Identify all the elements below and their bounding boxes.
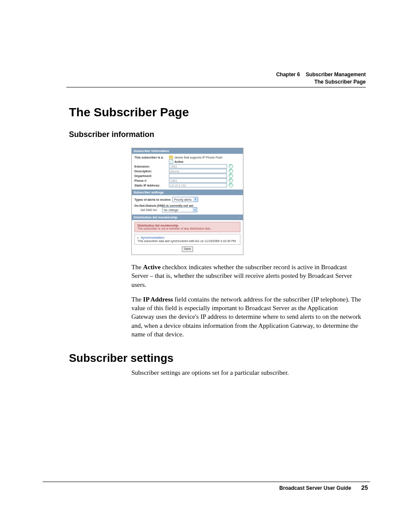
synchronization-title: Synchronization	[141, 236, 164, 239]
distribution-list-header: Distribution list membership	[132, 215, 243, 220]
page-title: The Subscriber Page	[69, 106, 362, 119]
refresh-icon[interactable]	[229, 183, 233, 187]
save-button[interactable]: Save	[182, 246, 193, 252]
body-text: The Active checkbox indicates whether th…	[131, 263, 362, 339]
settings-title: Subscriber settings	[69, 352, 362, 365]
distribution-list-text: The subscriber is not a member of any di…	[137, 227, 237, 230]
subscriber-panel: Subscriber information This subscriber i…	[131, 148, 243, 255]
phone-input[interactable]: 1983	[169, 178, 227, 183]
types-of-alerts-value: Priority alerts	[173, 198, 193, 201]
types-of-alerts-label: Types of alerts to receive:	[134, 198, 171, 201]
page-number: 25	[361, 484, 368, 491]
types-of-alerts-select[interactable]: Priority alerts ▾	[172, 197, 198, 202]
set-dnd-value: No change	[162, 208, 193, 212]
subscriber-settings-header: Subscriber settings	[132, 190, 243, 195]
subscriber-is-a-value: device that supports IP Phone Push	[174, 156, 222, 159]
page-header: Chapter 6 Subscriber Management The Subs…	[276, 71, 366, 86]
distribution-list-title: Distribution list membership	[137, 224, 237, 227]
header-rule	[66, 87, 366, 87]
settings-paragraph: Subscriber settings are options set for …	[131, 368, 362, 377]
department-input[interactable]	[169, 174, 227, 178]
refresh-icon[interactable]	[229, 174, 233, 178]
static-ip-label: Static IP Address:	[134, 184, 169, 187]
refresh-icon[interactable]	[229, 164, 233, 168]
synchronization-text: This subscriber was last synchronized wi…	[137, 240, 237, 243]
chapter-number: Chapter 6	[276, 72, 300, 78]
phone-icon	[169, 156, 173, 159]
set-dnd-select[interactable]: No change ▾	[162, 207, 197, 212]
footer-rule	[43, 482, 370, 482]
set-dnd-label: Set DND for:	[140, 208, 162, 212]
dnd-status-label: Do-Not-Disturb (DND) is currently not se…	[134, 204, 193, 207]
chapter-title: Subscriber Management	[306, 72, 366, 78]
refresh-icon[interactable]	[229, 178, 233, 183]
extension-input[interactable]: 1983	[169, 164, 227, 168]
active-label: Active	[174, 160, 184, 163]
chevron-down-icon: ▾	[193, 208, 197, 212]
description-input[interactable]: iphone	[169, 169, 227, 173]
section-title: Subscriber information	[69, 130, 362, 139]
extension-label: Extension:	[134, 165, 169, 168]
guide-title: Broadcast Server User Guide	[279, 485, 351, 491]
synchronization-box: ▸ Synchronization This subscriber was la…	[134, 234, 240, 245]
distribution-list-box: Distribution list membership The subscri…	[134, 222, 240, 232]
refresh-icon[interactable]	[229, 169, 233, 173]
description-label: Description:	[134, 170, 169, 173]
paragraph-ip-address: The IP Address field contains the networ…	[131, 295, 362, 339]
paragraph-active: The Active checkbox indicates whether th…	[131, 263, 362, 289]
subscriber-info-header: Subscriber information	[132, 148, 243, 154]
expand-icon[interactable]: ▸	[137, 236, 139, 239]
page-footer: Broadcast Server User Guide 25	[279, 484, 368, 491]
section-name: The Subscriber Page	[276, 78, 366, 86]
department-label: Department:	[134, 174, 169, 177]
active-checkbox[interactable]: ✓	[169, 159, 173, 164]
phone-label: Phone #:	[134, 179, 169, 182]
static-ip-input[interactable]: 10.10.0.152	[169, 183, 227, 187]
chevron-down-icon: ▾	[193, 197, 198, 202]
subscriber-is-a-label: This subscriber is a:	[134, 156, 169, 159]
